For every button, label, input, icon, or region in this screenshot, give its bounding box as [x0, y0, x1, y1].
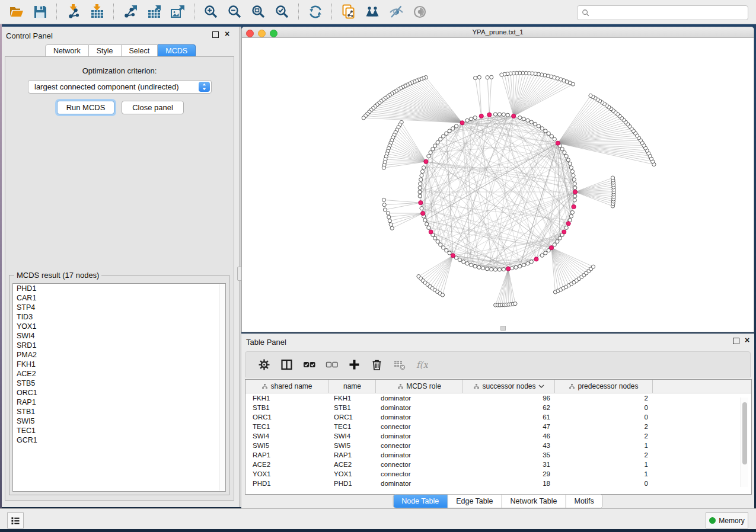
cell-successor-nodes[interactable]: 18 — [463, 479, 555, 488]
cell-MCDS-role[interactable]: dominator — [376, 479, 463, 488]
cell-name[interactable]: SWI5 — [329, 441, 376, 450]
cell-successor-nodes[interactable]: 46 — [463, 431, 555, 441]
mcds-result-item[interactable]: SRD1 — [13, 341, 225, 350]
table-row[interactable]: STB1STB1dominator620 — [245, 403, 751, 412]
mcds-result-item[interactable]: TEC1 — [13, 426, 225, 435]
table-scrollbar[interactable] — [741, 398, 748, 487]
export-network-button[interactable] — [122, 3, 139, 21]
cell-predecessor-nodes[interactable]: 0 — [555, 412, 653, 422]
zoom-selected-button[interactable] — [273, 3, 291, 21]
mcds-result-item[interactable]: TID3 — [13, 312, 225, 322]
cell-name[interactable]: TEC1 — [329, 422, 376, 431]
tab-edge-table[interactable]: Edge Table — [448, 495, 502, 508]
mcds-result-item[interactable]: ORC1 — [13, 388, 225, 398]
zoom-in-button[interactable] — [202, 3, 220, 21]
clone-network-button[interactable] — [340, 3, 358, 21]
cell-name[interactable]: YOX1 — [329, 469, 376, 479]
tab-network-table[interactable]: Network Table — [502, 495, 566, 508]
cell-predecessor-nodes[interactable]: 2 — [555, 450, 653, 460]
cell-MCDS-role[interactable]: connector — [376, 422, 463, 431]
table-row[interactable]: TEC1TEC1connector472 — [245, 422, 751, 431]
table-row[interactable]: SWI4SWI4dominator462 — [245, 431, 751, 441]
deselect-all-button[interactable] — [323, 355, 340, 373]
close-panel-icon[interactable]: × — [225, 31, 229, 37]
open-file-button[interactable] — [8, 3, 25, 21]
cell-shared-name[interactable]: RAP1 — [245, 450, 329, 460]
search-box[interactable] — [577, 5, 748, 20]
cell-predecessor-nodes[interactable]: 1 — [555, 469, 653, 479]
mcds-result-item[interactable]: SWI5 — [13, 416, 225, 426]
network-window-titlebar[interactable]: YPA_prune.txt_1 — [242, 27, 754, 38]
cell-successor-nodes[interactable]: 31 — [463, 460, 555, 469]
settings-button[interactable] — [255, 355, 273, 373]
column-header-predecessor-nodes[interactable]: predecessor nodes — [555, 380, 653, 393]
cell-predecessor-nodes[interactable]: 0 — [555, 403, 653, 412]
delete-row-button[interactable] — [368, 355, 385, 373]
hide-panels-button[interactable] — [387, 3, 405, 21]
cell-predecessor-nodes[interactable]: 1 — [555, 441, 653, 450]
column-header-successor-nodes[interactable]: successor nodes — [463, 380, 555, 393]
close-window-icon[interactable] — [246, 30, 254, 37]
cell-MCDS-role[interactable]: dominator — [376, 431, 463, 441]
cell-MCDS-role[interactable]: dominator — [376, 412, 463, 422]
cell-predecessor-nodes[interactable]: 2 — [555, 393, 653, 403]
select-all-button[interactable] — [300, 355, 318, 373]
run-mcds-button[interactable]: Run MCDS — [57, 101, 114, 114]
cell-MCDS-role[interactable]: dominator — [376, 393, 463, 403]
add-row-button[interactable] — [345, 355, 363, 373]
mcds-result-item[interactable]: RAP1 — [13, 398, 225, 407]
cell-successor-nodes[interactable]: 61 — [463, 412, 555, 422]
export-table-button[interactable] — [145, 3, 163, 21]
table-row[interactable]: SWI5SWI5connector431 — [245, 441, 751, 450]
cell-shared-name[interactable]: YOX1 — [245, 469, 329, 479]
cell-MCDS-role[interactable]: dominator — [376, 450, 463, 460]
save-session-button[interactable] — [31, 3, 49, 21]
export-image-button[interactable] — [169, 3, 187, 21]
cell-predecessor-nodes[interactable]: 2 — [555, 431, 653, 441]
cell-name[interactable]: STB1 — [329, 403, 376, 412]
table-row[interactable]: YOX1YOX1connector291 — [245, 469, 751, 479]
cell-MCDS-role[interactable]: dominator — [376, 403, 463, 412]
criterion-dropdown[interactable]: largest connected component (undirected) — [28, 80, 212, 94]
cell-shared-name[interactable]: ACE2 — [245, 460, 329, 469]
column-header-MCDS-role[interactable]: MCDS role — [376, 380, 463, 393]
import-network-button[interactable] — [65, 3, 82, 21]
cell-name[interactable]: FKH1 — [329, 393, 376, 403]
cell-successor-nodes[interactable]: 96 — [463, 393, 555, 403]
cell-shared-name[interactable]: TEC1 — [245, 422, 329, 431]
close-panel-button[interactable]: Close panel — [122, 101, 184, 114]
tab-motifs[interactable]: Motifs — [566, 495, 602, 508]
maximize-window-icon[interactable] — [270, 30, 277, 37]
cell-MCDS-role[interactable]: connector — [376, 441, 463, 450]
cell-successor-nodes[interactable]: 35 — [463, 450, 555, 460]
mcds-result-item[interactable]: YOX1 — [13, 322, 225, 331]
cell-successor-nodes[interactable]: 29 — [463, 469, 555, 479]
network-graph[interactable] — [242, 38, 754, 332]
table-row[interactable]: RAP1RAP1dominator352 — [245, 450, 751, 460]
cell-successor-nodes[interactable]: 47 — [463, 422, 555, 431]
cell-name[interactable]: ACE2 — [329, 460, 376, 469]
cell-name[interactable]: PHD1 — [329, 479, 376, 488]
node-table[interactable]: shared namenameMCDS rolesuccessor nodesp… — [245, 379, 752, 495]
cell-name[interactable]: ORC1 — [329, 412, 376, 422]
mcds-result-item[interactable]: STB5 — [13, 379, 225, 388]
cell-name[interactable]: RAP1 — [329, 450, 376, 460]
cell-successor-nodes[interactable]: 62 — [463, 403, 555, 412]
mcds-result-item[interactable]: STP4 — [13, 303, 225, 312]
cell-predecessor-nodes[interactable]: 1 — [555, 460, 653, 469]
cell-MCDS-role[interactable]: connector — [376, 469, 463, 479]
mcds-result-item[interactable]: PMA2 — [13, 350, 225, 360]
mcds-result-item[interactable]: CAR1 — [13, 293, 225, 303]
cell-shared-name[interactable]: SWI5 — [245, 441, 329, 450]
cell-shared-name[interactable]: FKH1 — [245, 393, 329, 403]
cell-shared-name[interactable]: PHD1 — [245, 479, 329, 488]
mcds-list-scrollbar[interactable] — [219, 284, 225, 491]
table-scrollbar-thumb[interactable] — [742, 402, 747, 464]
search-input[interactable] — [593, 7, 748, 19]
minimize-window-icon[interactable] — [258, 30, 266, 37]
cell-MCDS-role[interactable]: connector — [376, 460, 463, 469]
float-table-panel-icon[interactable] — [733, 338, 739, 344]
cell-name[interactable]: SWI4 — [329, 431, 376, 441]
cell-successor-nodes[interactable]: 43 — [463, 441, 555, 450]
cell-predecessor-nodes[interactable]: 2 — [555, 422, 653, 431]
